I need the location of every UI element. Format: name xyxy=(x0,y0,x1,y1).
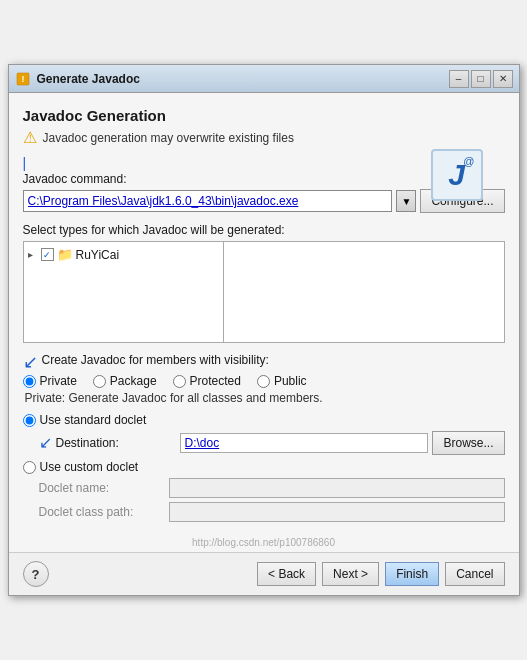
footer-right: < Back Next > Finish Cancel xyxy=(257,562,504,586)
types-tree[interactable]: ▸ ✓ 📁 RuYiCai xyxy=(24,242,224,342)
javadoc-command-dropdown[interactable]: ▼ xyxy=(396,190,416,212)
doclet-classpath-label: Doclet class path: xyxy=(39,505,169,519)
window-controls: – □ ✕ xyxy=(449,70,513,88)
footer-left: ? xyxy=(23,561,49,587)
title-bar: ! Generate Javadoc – □ ✕ xyxy=(9,65,519,93)
warning-row: ⚠ Javadoc generation may overwrite exist… xyxy=(23,130,505,146)
radio-public[interactable]: Public xyxy=(257,374,307,388)
dest-cursor: ↙ xyxy=(39,435,52,451)
cursor-indicator: | xyxy=(23,156,27,170)
radio-public-label: Public xyxy=(274,374,307,388)
tree-item-label[interactable]: RuYiCai xyxy=(76,248,120,262)
tree-root-item: ▸ ✓ 📁 RuYiCai xyxy=(28,246,219,263)
section-title: Javadoc Generation xyxy=(23,107,505,124)
svg-text:!: ! xyxy=(21,74,24,84)
standard-doclet-label: Use standard doclet xyxy=(40,413,147,427)
destination-row: ↙ Destination: Browse... xyxy=(39,431,505,455)
next-button[interactable]: Next > xyxy=(322,562,379,586)
radio-protected[interactable]: Protected xyxy=(173,374,241,388)
warning-text: Javadoc generation may overwrite existin… xyxy=(43,131,294,145)
radio-private-label: Private xyxy=(40,374,77,388)
header-section: @ J Javadoc Generation ⚠ Javadoc generat… xyxy=(23,107,505,146)
watermark: http://blog.csdn.net/p100786860 xyxy=(9,535,519,552)
custom-doclet-label: Use custom doclet xyxy=(40,460,139,474)
warning-icon: ⚠ xyxy=(23,130,37,146)
browse-button[interactable]: Browse... xyxy=(432,431,504,455)
types-label: Select types for which Javadoc will be g… xyxy=(23,223,505,237)
radio-package-label: Package xyxy=(110,374,157,388)
dialog-title: Generate Javadoc xyxy=(37,72,449,86)
j-letter: J xyxy=(448,158,465,192)
minimize-button[interactable]: – xyxy=(449,70,469,88)
finish-button[interactable]: Finish xyxy=(385,562,439,586)
doclet-name-row: Doclet name: xyxy=(39,478,505,498)
custom-doclet-radio[interactable]: Use custom doclet xyxy=(23,460,505,474)
detail-panel xyxy=(224,242,504,342)
doclet-classpath-input[interactable] xyxy=(169,502,505,522)
cancel-button[interactable]: Cancel xyxy=(445,562,504,586)
doclet-section: Use standard doclet ↙ Destination: Brows… xyxy=(23,413,505,522)
help-button[interactable]: ? xyxy=(23,561,49,587)
visibility-radio-group: Private Package Protected Public xyxy=(23,374,505,388)
standard-doclet-radio[interactable]: Use standard doclet xyxy=(23,413,505,427)
doclet-classpath-row: Doclet class path: xyxy=(39,502,505,522)
back-button[interactable]: < Back xyxy=(257,562,316,586)
tree-item-checkbox[interactable]: ✓ xyxy=(41,248,54,261)
javadoc-command-input[interactable] xyxy=(23,190,393,212)
dialog-icon: ! xyxy=(15,71,31,87)
types-panel-wrapper: ▸ ✓ 📁 RuYiCai xyxy=(23,241,505,343)
folder-icon: 📁 xyxy=(57,247,73,262)
destination-label: Destination: xyxy=(56,436,176,450)
at-symbol: @ xyxy=(463,155,474,167)
doclet-name-label: Doclet name: xyxy=(39,481,169,495)
restore-button[interactable]: □ xyxy=(471,70,491,88)
javadoc-logo: @ J xyxy=(431,149,483,201)
dialog-footer: ? < Back Next > Finish Cancel xyxy=(9,552,519,595)
visibility-section: ↙ Create Javadoc for members with visibi… xyxy=(23,353,505,405)
doclet-name-input[interactable] xyxy=(169,478,505,498)
close-button[interactable]: ✕ xyxy=(493,70,513,88)
radio-package[interactable]: Package xyxy=(93,374,157,388)
dialog-body: @ J Javadoc Generation ⚠ Javadoc generat… xyxy=(9,93,519,535)
radio-protected-label: Protected xyxy=(190,374,241,388)
visibility-description: Private: Generate Javadoc for all classe… xyxy=(25,391,505,405)
generate-javadoc-dialog: ! Generate Javadoc – □ ✕ @ J Javadoc Gen… xyxy=(8,64,520,596)
destination-input[interactable] xyxy=(180,433,429,453)
tree-expand-icon[interactable]: ▸ xyxy=(28,249,38,260)
radio-private[interactable]: Private xyxy=(23,374,77,388)
visibility-cursor: ↙ xyxy=(23,353,38,371)
visibility-label: Create Javadoc for members with visibili… xyxy=(42,353,269,367)
